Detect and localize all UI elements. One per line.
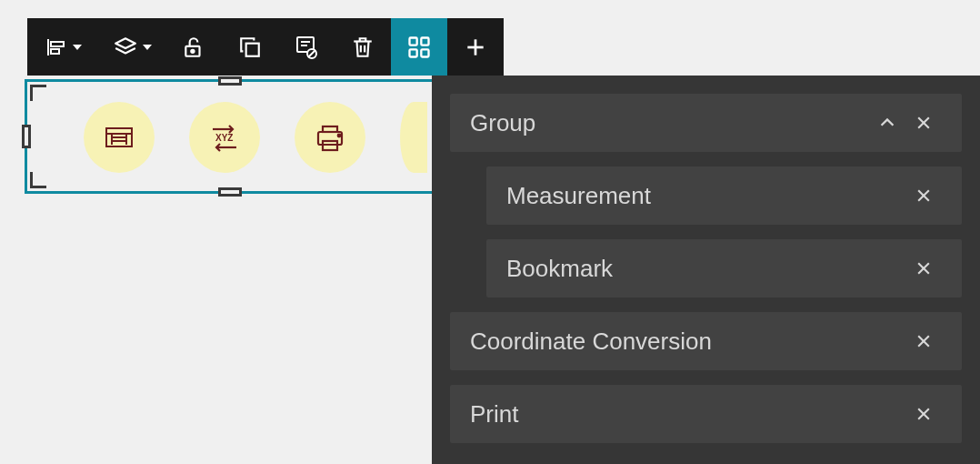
collapse-button[interactable] bbox=[869, 105, 905, 141]
resize-handle-left[interactable] bbox=[22, 125, 31, 148]
svg-rect-14 bbox=[410, 37, 417, 45]
svg-point-5 bbox=[191, 49, 194, 52]
measurement-icon bbox=[101, 119, 137, 156]
svg-text:XYZ: XYZ bbox=[215, 133, 233, 143]
panel-item-coordinate-conversion[interactable]: Coordinate Conversion bbox=[450, 312, 962, 370]
add-button[interactable] bbox=[447, 18, 504, 76]
svg-rect-16 bbox=[410, 49, 417, 56]
trash-icon bbox=[351, 35, 375, 59]
align-left-icon bbox=[45, 36, 67, 58]
svg-rect-17 bbox=[421, 49, 428, 56]
layers-icon bbox=[114, 35, 137, 59]
widget-partial[interactable] bbox=[400, 102, 427, 173]
panel-item-bookmark[interactable]: Bookmark bbox=[486, 239, 962, 298]
chevron-down-icon bbox=[73, 45, 82, 50]
remove-button[interactable] bbox=[905, 177, 942, 214]
plus-icon bbox=[464, 35, 487, 59]
delete-button[interactable] bbox=[335, 18, 391, 76]
layer-button[interactable] bbox=[100, 18, 165, 76]
widget-coordinate-conversion[interactable]: XYZ bbox=[189, 102, 260, 173]
panel-item-label: Measurement bbox=[506, 182, 905, 210]
copy-icon bbox=[238, 35, 262, 59]
lock-button[interactable] bbox=[165, 18, 222, 76]
grid-icon bbox=[406, 35, 432, 60]
resize-handle-top[interactable] bbox=[218, 76, 242, 86]
manage-widgets-button[interactable] bbox=[391, 18, 447, 76]
panel-item-label: Print bbox=[470, 400, 905, 429]
unlock-icon bbox=[182, 35, 205, 59]
toolbar bbox=[27, 18, 504, 76]
hide-icon bbox=[294, 35, 319, 60]
align-button[interactable] bbox=[27, 18, 100, 76]
duplicate-button[interactable] bbox=[222, 18, 278, 76]
remove-button[interactable] bbox=[905, 250, 942, 287]
panel-item-measurement[interactable]: Measurement bbox=[486, 166, 962, 225]
hide-button[interactable] bbox=[278, 18, 335, 76]
panel-item-print[interactable]: Print bbox=[450, 385, 962, 443]
svg-rect-6 bbox=[246, 43, 259, 55]
widgets-panel: Group Measurement Bookmark Coordinate Co… bbox=[432, 76, 980, 464]
chevron-down-icon bbox=[143, 45, 152, 50]
svg-marker-3 bbox=[115, 38, 135, 48]
svg-rect-1 bbox=[51, 42, 64, 46]
remove-button[interactable] bbox=[905, 323, 942, 359]
svg-rect-30 bbox=[323, 126, 337, 132]
selection-corner bbox=[30, 172, 46, 188]
selection-corner bbox=[30, 85, 46, 101]
widget-measurement[interactable] bbox=[84, 102, 155, 173]
selected-widget-group[interactable]: XYZ bbox=[27, 82, 432, 191]
panel-item-label: Coordinate Conversion bbox=[470, 328, 905, 356]
widget-print[interactable] bbox=[295, 102, 365, 173]
remove-button[interactable] bbox=[905, 105, 942, 141]
remove-button[interactable] bbox=[905, 396, 942, 432]
print-icon bbox=[312, 119, 348, 156]
svg-point-32 bbox=[338, 135, 341, 137]
svg-rect-15 bbox=[421, 37, 428, 45]
resize-handle-bottom[interactable] bbox=[218, 187, 242, 197]
panel-item-label: Group bbox=[470, 109, 869, 137]
coordinate-conversion-icon: XYZ bbox=[205, 118, 244, 156]
svg-rect-2 bbox=[51, 49, 59, 54]
widget-row: XYZ bbox=[84, 102, 427, 173]
panel-item-label: Bookmark bbox=[506, 255, 905, 283]
panel-item-group[interactable]: Group bbox=[450, 94, 962, 152]
